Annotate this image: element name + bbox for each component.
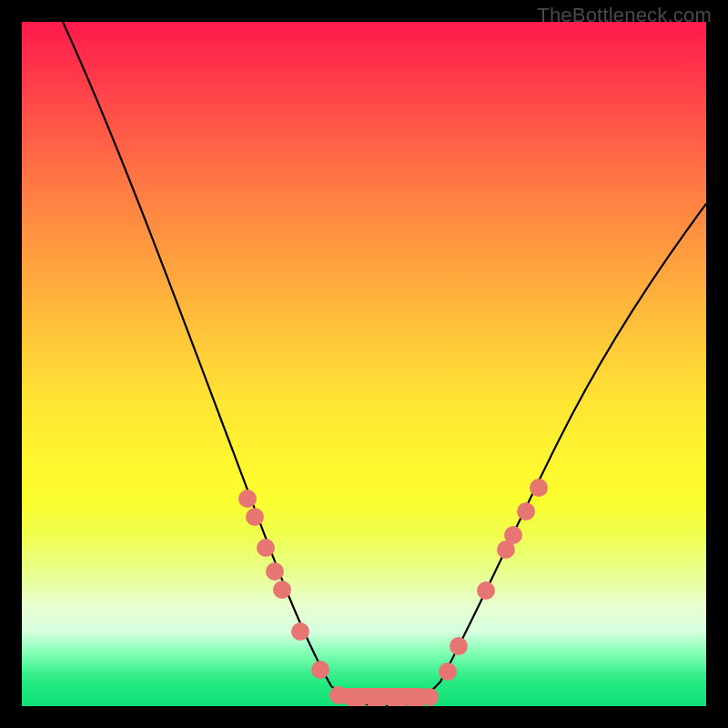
plot-area <box>22 22 706 706</box>
marker-point <box>450 637 468 655</box>
marker-point <box>257 539 275 557</box>
marker-point <box>311 661 329 679</box>
bottleneck-curve-path <box>63 22 706 706</box>
marker-point <box>477 581 495 600</box>
marker-point <box>238 490 257 508</box>
bottleneck-curve-svg <box>22 22 706 706</box>
watermark-text: TheBottleneck.com <box>537 4 712 27</box>
marker-point <box>246 508 264 526</box>
marker-point <box>420 688 439 706</box>
marker-point <box>517 502 535 521</box>
marker-point <box>504 526 522 544</box>
marker-point <box>273 581 291 599</box>
marker-group <box>238 479 548 706</box>
marker-point <box>530 479 548 497</box>
chart-frame: TheBottleneck.com <box>0 0 728 728</box>
marker-point <box>439 662 457 681</box>
marker-point <box>291 622 309 641</box>
marker-point <box>266 562 284 581</box>
